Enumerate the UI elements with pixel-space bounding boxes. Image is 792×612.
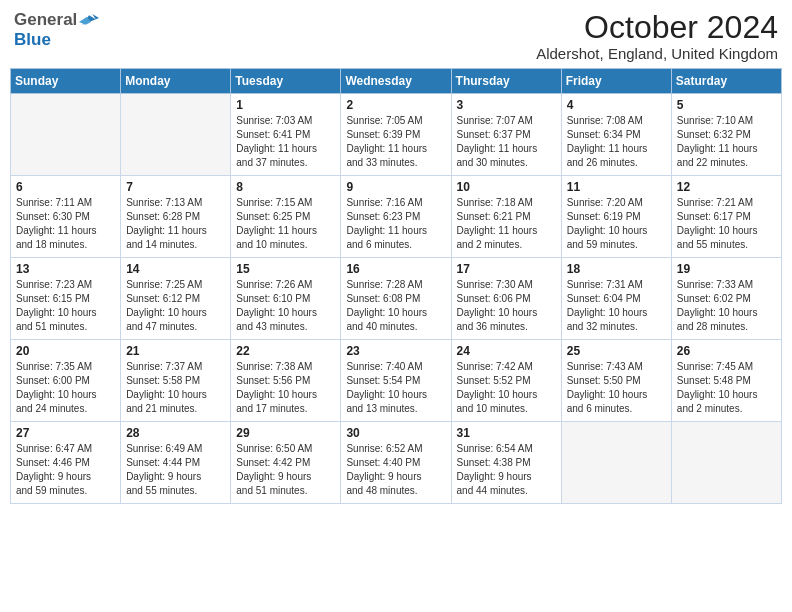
day-info: Sunrise: 7:18 AM Sunset: 6:21 PM Dayligh…	[457, 196, 556, 252]
day-info: Sunrise: 7:37 AM Sunset: 5:58 PM Dayligh…	[126, 360, 225, 416]
day-number: 6	[16, 180, 115, 194]
calendar-cell: 8Sunrise: 7:15 AM Sunset: 6:25 PM Daylig…	[231, 176, 341, 258]
day-info: Sunrise: 7:03 AM Sunset: 6:41 PM Dayligh…	[236, 114, 335, 170]
day-info: Sunrise: 7:13 AM Sunset: 6:28 PM Dayligh…	[126, 196, 225, 252]
calendar-cell: 17Sunrise: 7:30 AM Sunset: 6:06 PM Dayli…	[451, 258, 561, 340]
calendar-cell: 28Sunrise: 6:49 AM Sunset: 4:44 PM Dayli…	[121, 422, 231, 504]
day-number: 4	[567, 98, 666, 112]
week-row-5: 27Sunrise: 6:47 AM Sunset: 4:46 PM Dayli…	[11, 422, 782, 504]
location: Aldershot, England, United Kingdom	[536, 45, 778, 62]
calendar-cell: 14Sunrise: 7:25 AM Sunset: 6:12 PM Dayli…	[121, 258, 231, 340]
calendar-cell: 19Sunrise: 7:33 AM Sunset: 6:02 PM Dayli…	[671, 258, 781, 340]
calendar-cell: 24Sunrise: 7:42 AM Sunset: 5:52 PM Dayli…	[451, 340, 561, 422]
calendar-cell	[561, 422, 671, 504]
day-number: 10	[457, 180, 556, 194]
day-number: 7	[126, 180, 225, 194]
day-info: Sunrise: 7:15 AM Sunset: 6:25 PM Dayligh…	[236, 196, 335, 252]
calendar-cell: 9Sunrise: 7:16 AM Sunset: 6:23 PM Daylig…	[341, 176, 451, 258]
calendar-cell: 27Sunrise: 6:47 AM Sunset: 4:46 PM Dayli…	[11, 422, 121, 504]
day-info: Sunrise: 7:26 AM Sunset: 6:10 PM Dayligh…	[236, 278, 335, 334]
day-info: Sunrise: 7:05 AM Sunset: 6:39 PM Dayligh…	[346, 114, 445, 170]
calendar-cell: 7Sunrise: 7:13 AM Sunset: 6:28 PM Daylig…	[121, 176, 231, 258]
calendar-cell	[11, 94, 121, 176]
day-number: 13	[16, 262, 115, 276]
day-number: 2	[346, 98, 445, 112]
day-info: Sunrise: 6:50 AM Sunset: 4:42 PM Dayligh…	[236, 442, 335, 498]
calendar-cell	[121, 94, 231, 176]
day-number: 18	[567, 262, 666, 276]
day-info: Sunrise: 6:52 AM Sunset: 4:40 PM Dayligh…	[346, 442, 445, 498]
day-number: 12	[677, 180, 776, 194]
day-info: Sunrise: 7:30 AM Sunset: 6:06 PM Dayligh…	[457, 278, 556, 334]
day-info: Sunrise: 7:08 AM Sunset: 6:34 PM Dayligh…	[567, 114, 666, 170]
day-number: 19	[677, 262, 776, 276]
day-number: 29	[236, 426, 335, 440]
day-number: 23	[346, 344, 445, 358]
calendar-cell: 10Sunrise: 7:18 AM Sunset: 6:21 PM Dayli…	[451, 176, 561, 258]
day-number: 20	[16, 344, 115, 358]
page-header: General Blue October 2024 Aldershot, Eng…	[10, 10, 782, 62]
day-info: Sunrise: 6:54 AM Sunset: 4:38 PM Dayligh…	[457, 442, 556, 498]
calendar-cell: 15Sunrise: 7:26 AM Sunset: 6:10 PM Dayli…	[231, 258, 341, 340]
day-info: Sunrise: 6:47 AM Sunset: 4:46 PM Dayligh…	[16, 442, 115, 498]
calendar-cell: 1Sunrise: 7:03 AM Sunset: 6:41 PM Daylig…	[231, 94, 341, 176]
calendar-cell: 18Sunrise: 7:31 AM Sunset: 6:04 PM Dayli…	[561, 258, 671, 340]
day-number: 22	[236, 344, 335, 358]
weekday-header-monday: Monday	[121, 69, 231, 94]
day-info: Sunrise: 7:25 AM Sunset: 6:12 PM Dayligh…	[126, 278, 225, 334]
day-number: 16	[346, 262, 445, 276]
week-row-2: 6Sunrise: 7:11 AM Sunset: 6:30 PM Daylig…	[11, 176, 782, 258]
calendar-table: SundayMondayTuesdayWednesdayThursdayFrid…	[10, 68, 782, 504]
day-number: 25	[567, 344, 666, 358]
day-number: 9	[346, 180, 445, 194]
day-number: 14	[126, 262, 225, 276]
day-info: Sunrise: 7:40 AM Sunset: 5:54 PM Dayligh…	[346, 360, 445, 416]
calendar-cell: 29Sunrise: 6:50 AM Sunset: 4:42 PM Dayli…	[231, 422, 341, 504]
day-number: 28	[126, 426, 225, 440]
week-row-4: 20Sunrise: 7:35 AM Sunset: 6:00 PM Dayli…	[11, 340, 782, 422]
weekday-header-sunday: Sunday	[11, 69, 121, 94]
calendar-cell: 21Sunrise: 7:37 AM Sunset: 5:58 PM Dayli…	[121, 340, 231, 422]
weekday-header-friday: Friday	[561, 69, 671, 94]
calendar-cell: 16Sunrise: 7:28 AM Sunset: 6:08 PM Dayli…	[341, 258, 451, 340]
calendar-cell: 2Sunrise: 7:05 AM Sunset: 6:39 PM Daylig…	[341, 94, 451, 176]
day-info: Sunrise: 7:35 AM Sunset: 6:00 PM Dayligh…	[16, 360, 115, 416]
calendar-cell: 23Sunrise: 7:40 AM Sunset: 5:54 PM Dayli…	[341, 340, 451, 422]
logo-bird-icon	[79, 11, 99, 29]
day-info: Sunrise: 7:42 AM Sunset: 5:52 PM Dayligh…	[457, 360, 556, 416]
day-info: Sunrise: 7:38 AM Sunset: 5:56 PM Dayligh…	[236, 360, 335, 416]
calendar-cell: 25Sunrise: 7:43 AM Sunset: 5:50 PM Dayli…	[561, 340, 671, 422]
calendar-cell: 11Sunrise: 7:20 AM Sunset: 6:19 PM Dayli…	[561, 176, 671, 258]
calendar-cell	[671, 422, 781, 504]
title-block: October 2024 Aldershot, England, United …	[536, 10, 778, 62]
day-number: 5	[677, 98, 776, 112]
day-number: 24	[457, 344, 556, 358]
day-info: Sunrise: 7:10 AM Sunset: 6:32 PM Dayligh…	[677, 114, 776, 170]
day-number: 1	[236, 98, 335, 112]
day-info: Sunrise: 7:21 AM Sunset: 6:17 PM Dayligh…	[677, 196, 776, 252]
weekday-header-row: SundayMondayTuesdayWednesdayThursdayFrid…	[11, 69, 782, 94]
week-row-1: 1Sunrise: 7:03 AM Sunset: 6:41 PM Daylig…	[11, 94, 782, 176]
day-info: Sunrise: 7:23 AM Sunset: 6:15 PM Dayligh…	[16, 278, 115, 334]
weekday-header-saturday: Saturday	[671, 69, 781, 94]
day-info: Sunrise: 7:33 AM Sunset: 6:02 PM Dayligh…	[677, 278, 776, 334]
day-info: Sunrise: 7:31 AM Sunset: 6:04 PM Dayligh…	[567, 278, 666, 334]
day-number: 31	[457, 426, 556, 440]
day-info: Sunrise: 7:20 AM Sunset: 6:19 PM Dayligh…	[567, 196, 666, 252]
week-row-3: 13Sunrise: 7:23 AM Sunset: 6:15 PM Dayli…	[11, 258, 782, 340]
day-number: 15	[236, 262, 335, 276]
day-number: 21	[126, 344, 225, 358]
calendar-cell: 31Sunrise: 6:54 AM Sunset: 4:38 PM Dayli…	[451, 422, 561, 504]
calendar-cell: 30Sunrise: 6:52 AM Sunset: 4:40 PM Dayli…	[341, 422, 451, 504]
day-number: 30	[346, 426, 445, 440]
day-number: 8	[236, 180, 335, 194]
calendar-cell: 4Sunrise: 7:08 AM Sunset: 6:34 PM Daylig…	[561, 94, 671, 176]
calendar-cell: 20Sunrise: 7:35 AM Sunset: 6:00 PM Dayli…	[11, 340, 121, 422]
day-number: 3	[457, 98, 556, 112]
day-number: 11	[567, 180, 666, 194]
calendar-cell: 6Sunrise: 7:11 AM Sunset: 6:30 PM Daylig…	[11, 176, 121, 258]
day-number: 17	[457, 262, 556, 276]
day-info: Sunrise: 7:45 AM Sunset: 5:48 PM Dayligh…	[677, 360, 776, 416]
logo-general-text: General	[14, 10, 77, 30]
calendar-cell: 22Sunrise: 7:38 AM Sunset: 5:56 PM Dayli…	[231, 340, 341, 422]
